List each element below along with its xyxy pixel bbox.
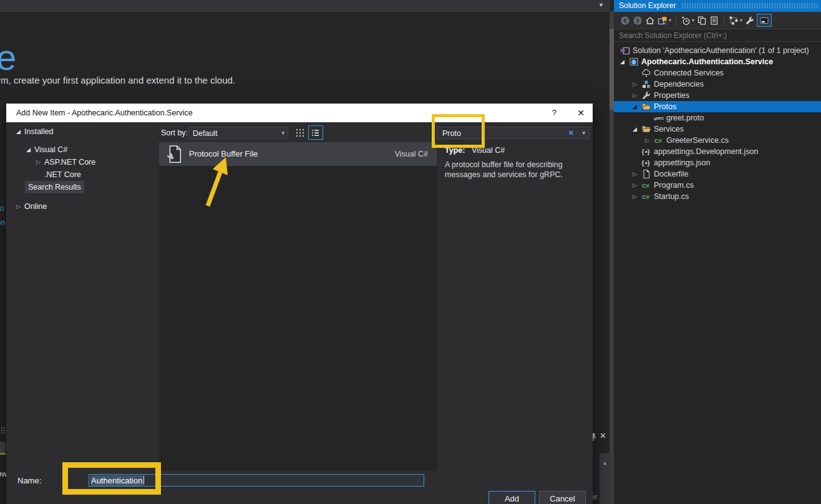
toolwindow-close-icon[interactable]: ✕ — [600, 431, 606, 440]
chevron-down-icon: ▾ — [281, 127, 284, 138]
file-icon — [641, 169, 653, 179]
solution-tree-item-program-cs[interactable]: ▷C#Program.cs — [614, 180, 821, 191]
template-search-value: Proto — [442, 129, 461, 138]
chevron-down-icon[interactable]: ▾ — [740, 17, 742, 23]
category-item-online[interactable]: ▷Online — [6, 201, 158, 212]
category-item-visual-c[interactable]: ◢Visual C# — [6, 144, 158, 155]
solution-tree-item-greet-proto[interactable]: gRPCgreet.proto — [614, 112, 821, 124]
chevron-down-icon[interactable]: ▾ — [582, 127, 585, 138]
solution-tree-item-appsettings-development-json[interactable]: {}appsettings.Development.json — [614, 146, 821, 157]
category-label: ASP.NET Core — [44, 157, 95, 168]
svg-text:C#: C# — [654, 137, 663, 144]
expand-collapse-icon[interactable]: ▷ — [631, 182, 641, 188]
tree-item-label: Dependencies — [654, 80, 704, 89]
solution-tree-item-properties[interactable]: ▷Properties — [614, 90, 821, 101]
clipped-toolbar-icon — [0, 442, 6, 455]
toolbar-separator — [676, 16, 676, 26]
solution-explorer-panel: Solution Explorer ▾▾▾ Search Solution Ex… — [614, 0, 821, 504]
expand-collapse-icon[interactable]: ◢ — [631, 126, 641, 132]
filter-icon[interactable] — [680, 15, 691, 26]
solution-explorer-toolbar: ▾▾▾ — [614, 12, 821, 29]
tree-item-label: GreeterService.cs — [666, 136, 729, 145]
dialog-titlebar[interactable]: Add New Item - Apothecaric.Authenticatio… — [6, 104, 593, 122]
category-item-installed[interactable]: ◢Installed — [6, 126, 158, 137]
solution-tree-item-startup-cs[interactable]: ▷C#Startup.cs — [614, 191, 821, 202]
solution-tree-item-dependencies[interactable]: ▷Dependencies — [614, 79, 821, 90]
template-search-input[interactable]: Proto ✕ ▾ — [437, 127, 590, 139]
start-page-link-fragment[interactable]: do — [0, 203, 4, 213]
toolwindow-scrollbar[interactable]: ▲ — [600, 453, 611, 504]
sort-by-dropdown[interactable]: Default ▾ — [188, 127, 288, 139]
clear-search-icon[interactable]: ✕ — [568, 127, 574, 138]
template-item-protocol-buffer-file[interactable]: Protocol Buffer File Visual C# — [159, 142, 437, 166]
expand-collapse-icon[interactable]: ▷ — [631, 193, 641, 200]
solution-tree-item-apothecaric-authentication-service[interactable]: ◢Apothecaric.Authentication.Service — [614, 56, 821, 67]
solution-hierarchy-icon[interactable] — [728, 15, 739, 26]
help-icon[interactable]: ? — [552, 104, 556, 122]
category-label: Search Results — [25, 181, 84, 193]
expand-collapse-icon[interactable]: ▷ — [35, 157, 44, 168]
expand-collapse-icon[interactable]: ▷ — [631, 171, 641, 177]
start-page-tagline-fragment: rm, create your first application and ex… — [0, 75, 235, 85]
medium-icons-view-button[interactable] — [293, 126, 306, 139]
json-icon: {} — [641, 147, 653, 157]
expand-collapse-icon[interactable]: ▷ — [631, 81, 641, 87]
csharp-icon: C# — [641, 180, 653, 190]
expand-collapse-icon[interactable]: ◢ — [631, 104, 641, 110]
cancel-button[interactable]: Cancel — [539, 491, 586, 504]
scroll-up-icon[interactable]: ▲ — [602, 460, 608, 466]
chevron-down-icon[interactable]: ▾ — [692, 17, 694, 23]
expand-collapse-icon[interactable]: ▷ — [15, 201, 24, 212]
type-value: Visual C# — [472, 146, 505, 155]
collapse-all-icon[interactable] — [709, 15, 720, 26]
solution-tree-item-greeterservice-cs[interactable]: ▷C#GreeterService.cs — [614, 135, 821, 146]
tab-list-dropdown-icon[interactable]: ▼ — [598, 2, 604, 8]
solution-tree: Solution 'ApothecaricAuthentication' (1 … — [614, 42, 821, 504]
solution-tree-item-dockerfile[interactable]: ▷Dockerfile — [614, 168, 821, 180]
back-icon[interactable] — [619, 15, 631, 26]
expand-collapse-icon[interactable]: ▷ — [631, 92, 641, 99]
tree-item-label: Startup.cs — [654, 192, 689, 201]
add-button[interactable]: Add — [488, 491, 535, 504]
solution-tree-item-connected-services[interactable]: Connected Services — [614, 67, 821, 79]
connected-services-icon — [641, 68, 653, 78]
tree-item-label: Services — [654, 125, 684, 133]
solution-tree-item-protos[interactable]: ◢Protos — [614, 101, 821, 112]
expand-collapse-icon[interactable]: ◢ — [619, 59, 629, 65]
tree-item-label: greet.proto — [666, 114, 704, 122]
start-page-heading-fragment: e — [0, 36, 16, 78]
document-scrollbar[interactable] — [610, 11, 614, 504]
tree-item-label: appsettings.Development.json — [654, 147, 758, 156]
scrollbar-thumb[interactable] — [610, 29, 614, 110]
solution-explorer-header[interactable]: Solution Explorer — [614, 0, 821, 12]
close-icon[interactable]: ✕ — [577, 104, 585, 122]
category-item-asp-net-core[interactable]: ▷ASP.NET Core — [6, 157, 158, 168]
list-view-button[interactable] — [308, 125, 323, 140]
category-label: Online — [24, 201, 47, 212]
switch-views-icon[interactable] — [657, 15, 668, 26]
search-placeholder: Search Solution Explorer (Ctrl+;) — [619, 31, 727, 40]
name-input[interactable]: Authentication — [89, 474, 424, 487]
home-icon[interactable] — [644, 15, 656, 26]
expand-collapse-icon[interactable]: ◢ — [15, 126, 24, 137]
template-category-tree: ◢Installed◢Visual C#▷ASP.NET Core.NET Co… — [6, 126, 158, 212]
category-label: Visual C# — [34, 144, 67, 155]
solution-explorer-search[interactable]: Search Solution Explorer (Ctrl+;) — [614, 29, 821, 42]
preview-selected-items-icon[interactable] — [757, 14, 772, 27]
header-grip-dots — [681, 3, 818, 9]
start-page-link-fragment[interactable]: on — [0, 218, 5, 227]
forward-icon[interactable] — [632, 15, 643, 26]
chevron-down-icon[interactable]: ▾ — [669, 17, 671, 23]
text-cursor — [143, 476, 144, 485]
sync-active-document-icon[interactable] — [696, 15, 707, 26]
expand-collapse-icon[interactable]: ◢ — [25, 144, 34, 155]
properties-icon[interactable] — [744, 15, 755, 26]
category-item-net-core[interactable]: .NET Core — [6, 169, 158, 180]
solution-tree-item-solution-apothecaricauthentication-1-of-1-project[interactable]: Solution 'ApothecaricAuthentication' (1 … — [614, 45, 821, 56]
solution-tree-item-appsettings-json[interactable]: {}appsettings.json — [614, 157, 821, 168]
tree-item-label: Connected Services — [654, 69, 724, 77]
svg-text:}: } — [648, 159, 650, 167]
category-item-search-results[interactable]: Search Results — [6, 182, 158, 193]
expand-collapse-icon[interactable]: ▷ — [644, 137, 654, 143]
solution-tree-item-services[interactable]: ◢Services — [614, 124, 821, 135]
